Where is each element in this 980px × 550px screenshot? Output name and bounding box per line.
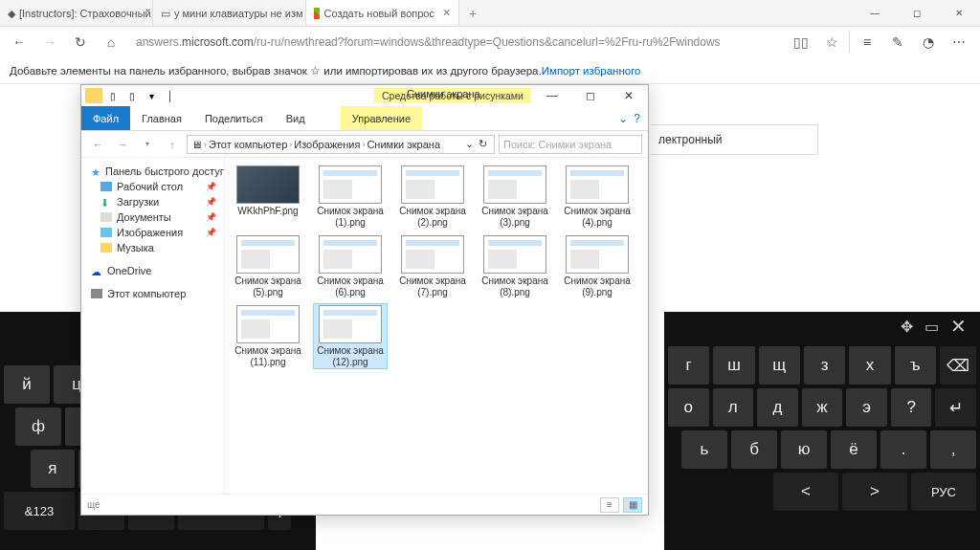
key-б[interactable]: б — [731, 430, 777, 469]
key-,[interactable]: , — [930, 430, 976, 469]
file-item[interactable]: Снимок экрана (5).png — [231, 233, 305, 299]
sidebar-pictures[interactable]: Изображения📌 — [85, 225, 220, 240]
hub-icon[interactable]: ≡ — [854, 31, 880, 54]
file-grid[interactable]: WKkhPhF.pngСнимок экрана (1).pngСнимок э… — [225, 158, 648, 494]
key-?[interactable]: ? — [891, 388, 932, 427]
manage-tab[interactable]: Управление — [341, 106, 422, 130]
key-ё[interactable]: ё — [831, 430, 877, 469]
minimize-button[interactable]: — — [854, 0, 896, 26]
file-item[interactable]: Снимок экрана (1).png — [313, 164, 388, 230]
key-ь[interactable]: ь — [681, 430, 727, 469]
onedrive-header[interactable]: ☁OneDrive — [85, 263, 220, 278]
file-item[interactable]: Снимок экрана (9).png — [560, 233, 635, 299]
refresh-button[interactable]: ↻ — [69, 31, 92, 54]
key-РУС[interactable]: РУС — [911, 473, 976, 511]
explorer-titlebar[interactable]: ▯ ▯ ▾ │ Средства работы с рисунками Сним… — [81, 85, 648, 106]
key-⌫[interactable]: ⌫ — [940, 346, 976, 385]
file-item[interactable]: Снимок экрана (6).png — [313, 233, 388, 299]
breadcrumb[interactable]: 🖥 › Этот компьютер › Изображения › Снимк… — [187, 135, 495, 154]
crumb-item[interactable]: Этот компьютер — [209, 139, 287, 150]
key-э[interactable]: э — [846, 388, 887, 427]
sidebar-music[interactable]: Музыка — [85, 240, 220, 255]
search-input[interactable]: Поиск: Снимки экрана — [499, 135, 642, 154]
key-↵[interactable]: ↵ — [935, 388, 976, 427]
desktop-icon — [100, 182, 112, 191]
view-tab[interactable]: Вид — [275, 106, 317, 130]
key-л[interactable]: л — [713, 388, 754, 427]
maximize-button[interactable]: ◻ — [571, 89, 610, 102]
key-я[interactable]: я — [31, 450, 75, 488]
file-tab[interactable]: Файл — [81, 106, 130, 130]
key-х[interactable]: х — [849, 346, 890, 385]
home-tab[interactable]: Главная — [130, 106, 193, 130]
home-button[interactable]: ⌂ — [100, 31, 122, 54]
back-button[interactable]: ← — [8, 31, 31, 54]
close-button[interactable]: ✕ — [938, 0, 980, 26]
qat-dropdown-icon[interactable]: ▾ — [143, 88, 160, 103]
share-icon[interactable]: ◔ — [915, 31, 942, 54]
icons-view-button[interactable]: ▦ — [623, 497, 642, 513]
sidebar-downloads[interactable]: ⬇Загрузки📌 — [85, 194, 220, 209]
file-item[interactable]: Снимок экрана (4).png — [560, 164, 635, 230]
move-icon[interactable]: ✥ — [901, 318, 913, 336]
file-item[interactable]: Снимок экрана (11).png — [231, 303, 305, 369]
key-.[interactable]: . — [880, 430, 926, 469]
favorite-icon[interactable]: ☆ — [818, 31, 845, 54]
browser-tab-active[interactable]: Создать новый вопрос ✕ — [306, 0, 459, 26]
nav-recent-button[interactable]: ▾ — [137, 140, 158, 148]
key-ф[interactable]: ф — [15, 407, 61, 446]
nav-back-button[interactable]: ← — [87, 139, 108, 150]
file-item[interactable]: Снимок экрана (7).png — [395, 233, 470, 299]
key-<[interactable]: < — [773, 473, 838, 511]
key-й[interactable]: й — [4, 365, 50, 404]
import-favorites-link[interactable]: Импорт избранного — [542, 65, 641, 77]
more-icon[interactable]: ⋯ — [946, 31, 972, 54]
pin-icon: 📌 — [206, 182, 216, 191]
file-item[interactable]: Снимок экрана (3).png — [478, 164, 552, 230]
key-д[interactable]: д — [757, 388, 798, 427]
close-icon[interactable]: ✕ — [442, 7, 451, 19]
layout-icon[interactable]: ▭ — [924, 318, 939, 336]
browser-tab[interactable]: ◆ [Instructors]: Страховочный — [0, 0, 153, 26]
new-tab-button[interactable]: + — [459, 0, 486, 26]
chevron-down-icon[interactable]: ⌄ — [618, 112, 628, 125]
refresh-icon[interactable]: ↻ — [479, 138, 487, 150]
forward-button[interactable]: → — [38, 31, 61, 54]
crumb-item[interactable]: Снимки экрана — [367, 139, 440, 150]
key->[interactable]: > — [842, 473, 907, 511]
share-tab[interactable]: Поделиться — [193, 106, 275, 130]
crumb-item[interactable]: Изображения — [294, 139, 360, 150]
newfolder-icon[interactable]: ▯ — [123, 88, 141, 103]
file-item[interactable]: Снимок экрана (2).png — [395, 164, 470, 230]
key-г[interactable]: г — [668, 346, 709, 385]
file-item[interactable]: WKkhPhF.png — [231, 164, 305, 230]
key-ж[interactable]: ж — [802, 388, 843, 427]
file-item[interactable]: Снимок экрана (12).png — [313, 303, 388, 369]
key-ю[interactable]: ю — [781, 430, 827, 469]
crumb-dropdown-icon[interactable]: ⌄ — [465, 138, 474, 150]
reading-icon[interactable]: ▯▯ — [788, 31, 814, 54]
notes-icon[interactable]: ✎ — [884, 31, 911, 54]
file-item[interactable]: Снимок экрана (8).png — [478, 233, 552, 299]
nav-up-button[interactable]: ↑ — [162, 139, 183, 150]
key-о[interactable]: о — [668, 388, 709, 427]
key-з[interactable]: з — [804, 346, 845, 385]
key-ъ[interactable]: ъ — [895, 346, 936, 385]
url-field[interactable]: answers.microsoft.com/ru-ru/newthread?fo… — [130, 35, 780, 49]
maximize-button[interactable]: ◻ — [896, 0, 938, 26]
props-icon[interactable]: ▯ — [104, 88, 122, 103]
minimize-button[interactable]: — — [533, 89, 571, 102]
help-icon[interactable]: ? — [634, 112, 640, 125]
sidebar-desktop[interactable]: Рабочий стол📌 — [85, 179, 220, 194]
key-special[interactable]: &123 — [4, 492, 75, 530]
key-ш[interactable]: ш — [713, 346, 754, 385]
nav-forward-button[interactable]: → — [112, 139, 133, 150]
quick-access-header[interactable]: ★Панель быстрого доступа — [85, 164, 220, 179]
browser-tab[interactable]: ▭ у мини клавиатуры не изм — [153, 0, 306, 26]
details-view-button[interactable]: ≡ — [600, 497, 619, 513]
sidebar-documents[interactable]: Документы📌 — [85, 209, 220, 225]
thispc-header[interactable]: Этот компьютер — [85, 286, 220, 301]
close-button[interactable]: ✕ — [610, 89, 648, 102]
key-щ[interactable]: щ — [759, 346, 800, 385]
close-keyboard-button[interactable]: ✕ — [950, 315, 967, 338]
